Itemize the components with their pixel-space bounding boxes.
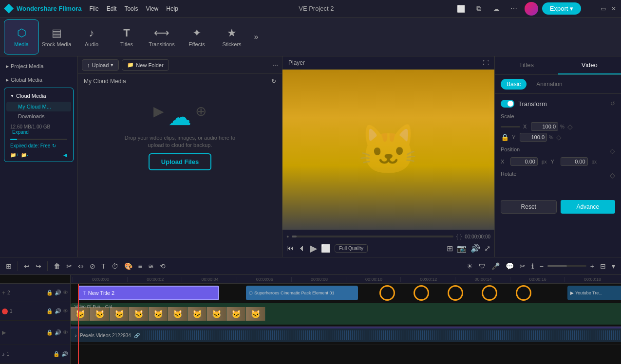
audio-icon-player[interactable]: 🔊 <box>470 244 480 253</box>
toolbar-media[interactable]: ⬡ Media <box>4 19 39 55</box>
quality-selector[interactable]: Full Quality <box>335 244 368 253</box>
sidebar-item-cloud-media[interactable]: ▼ Cloud Media <box>6 90 71 102</box>
video-mute-icon[interactable]: 🔊 <box>55 329 61 336</box>
ripple-icon[interactable]: ⇔ <box>76 260 86 272</box>
refresh-cloud-icon[interactable]: ↻ <box>271 78 276 85</box>
audio-sync-icon[interactable]: 🔗 <box>134 333 140 338</box>
win-close-icon[interactable]: ✕ <box>610 5 617 12</box>
split-icon[interactable]: ✂ <box>64 260 74 272</box>
scissors-icon[interactable]: ✂ <box>518 260 527 272</box>
toolbar-titles[interactable]: T Titles <box>109 19 144 55</box>
advance-button[interactable]: Advance <box>561 200 616 214</box>
orange-circle-clip-3[interactable] <box>441 286 470 300</box>
rotate-reset-icon[interactable]: ◇ <box>610 171 615 179</box>
track-1-lock-icon[interactable]: 🔒 <box>46 308 53 314</box>
mic-icon[interactable]: 🎤 <box>489 260 502 272</box>
out-point-icon[interactable]: } <box>460 234 462 239</box>
delete-icon[interactable]: 🗑 <box>52 260 62 272</box>
new-folder-button[interactable]: 📁 New Folder <box>122 59 169 71</box>
track-visible-icon[interactable]: 👁 <box>63 290 68 296</box>
text-icon[interactable]: T <box>99 260 108 272</box>
snapshot-icon[interactable]: 📷 <box>457 244 467 253</box>
toolbar-stock-media[interactable]: ▤ Stock Media <box>39 19 74 55</box>
shield-icon[interactable]: 🛡 <box>477 260 488 272</box>
timeline-grid-icon[interactable]: ⊞ <box>4 260 14 272</box>
frame-back-icon[interactable]: ⏴ <box>298 244 306 253</box>
stop-icon[interactable]: ⬜ <box>321 244 331 253</box>
expand-label[interactable]: Expand <box>12 129 29 135</box>
collapse-panel-icon[interactable]: ◀ <box>63 152 67 158</box>
play-pause-button[interactable]: ▶ <box>310 242 317 254</box>
menu-dots-icon[interactable]: ⋯ <box>507 2 521 16</box>
minimize-window-icon[interactable]: ⬜ <box>454 2 468 16</box>
tab-titles[interactable]: Titles <box>495 56 558 74</box>
toolbar-audio[interactable]: ♪ Audio <box>74 19 109 55</box>
youtube-clip[interactable]: ▶ Youtube Tre... <box>567 286 621 300</box>
sidebar-item-global-media[interactable]: ▶ Global Media <box>2 74 75 86</box>
scale-y-reset-icon[interactable]: ◇ <box>556 133 562 141</box>
layout-icon[interactable]: ⊟ <box>598 260 608 272</box>
scale-x-input[interactable] <box>531 122 558 131</box>
scale-y-input[interactable] <box>520 133 547 142</box>
sun-icon[interactable]: ☀ <box>465 260 475 272</box>
upload-files-button[interactable]: Upload Files <box>149 153 211 170</box>
position-x-input[interactable] <box>510 157 538 166</box>
playhead[interactable] <box>78 284 79 364</box>
position-y-input[interactable] <box>561 157 588 166</box>
win-maximize-icon[interactable]: ▭ <box>600 5 606 12</box>
player-fullscreen-icon[interactable]: ⛶ <box>483 59 489 66</box>
undo-icon[interactable]: ↩ <box>22 260 32 272</box>
reset-button[interactable]: Reset <box>501 200 557 214</box>
menu-tools[interactable]: Tools <box>124 5 138 12</box>
fullscreen-icon[interactable]: ⤢ <box>484 244 490 253</box>
track-lock-icon[interactable]: 🔒 <box>46 290 53 296</box>
zoom-track[interactable] <box>547 265 586 267</box>
lock-icon[interactable]: 🔒 <box>501 133 509 141</box>
audio-mute-icon[interactable]: 🔊 <box>61 351 68 357</box>
toolbar-more-button[interactable]: » <box>249 30 263 44</box>
transform-reset-icon[interactable]: ↺ <box>610 100 615 107</box>
export-button[interactable]: Export ▾ <box>542 2 581 15</box>
subtab-basic[interactable]: Basic <box>501 79 527 90</box>
subtab-animation[interactable]: Animation <box>530 79 568 90</box>
scale-x-reset-icon[interactable]: ◇ <box>567 123 573 130</box>
upload-button[interactable]: ↑ Upload ▾ <box>82 59 119 71</box>
position-reset-icon[interactable]: ◇ <box>610 147 615 155</box>
comment-icon[interactable]: 💬 <box>504 260 516 272</box>
clip-info-icon[interactable]: ℹ <box>529 260 536 272</box>
video-visible-icon[interactable]: 👁 <box>63 329 68 336</box>
track-mute-icon[interactable]: 🔊 <box>55 290 61 296</box>
user-avatar[interactable] <box>525 2 538 16</box>
sidebar-item-my-cloud-media[interactable]: My Cloud M... <box>6 102 71 111</box>
add-folder-icon[interactable]: 📁+ <box>10 152 19 158</box>
waveform-icon[interactable]: ≋ <box>146 260 156 272</box>
superheroes-clip[interactable]: ⬡ Superheroes Cinematic Pack Element 01 <box>246 286 358 300</box>
menu-help[interactable]: Help <box>166 5 178 12</box>
win-minimize-icon[interactable]: ─ <box>589 5 596 12</box>
toolbar-stickers[interactable]: ★ Stickers <box>214 19 249 55</box>
paint-icon[interactable]: 🎨 <box>122 260 134 272</box>
zoom-in-icon[interactable]: + <box>588 260 596 272</box>
audio-lock-icon[interactable]: 🔒 <box>53 351 60 357</box>
cloud-upload-icon[interactable]: ☁ <box>489 2 503 16</box>
media-more-icon[interactable]: ⋯ <box>272 62 278 69</box>
sidebar-item-downloads[interactable]: Downloads <box>6 111 71 121</box>
expand-icon[interactable]: ▾ <box>610 260 617 272</box>
menu-file[interactable]: File <box>89 5 98 12</box>
orange-circle-clip-1[interactable] <box>373 286 402 300</box>
remove-folder-icon[interactable]: 📁- <box>21 152 28 158</box>
menu-view[interactable]: View <box>146 5 158 12</box>
scale-x-track[interactable] <box>501 126 520 127</box>
menu-edit[interactable]: Edit <box>107 5 117 12</box>
split-view-icon[interactable]: ⊞ <box>447 244 453 253</box>
skip-back-icon[interactable]: ⏮ <box>286 244 294 253</box>
video-lock-icon[interactable]: 🔒 <box>46 329 53 336</box>
share-icon[interactable]: ⧉ <box>472 2 486 16</box>
refresh-icon[interactable]: ↻ <box>52 143 56 148</box>
orange-circle-clip-2[interactable] <box>407 286 436 300</box>
transform-toggle[interactable] <box>501 100 514 108</box>
title-clip[interactable]: T New Title 2 <box>78 286 219 300</box>
zoom-out-icon[interactable]: − <box>538 260 546 272</box>
toolbar-transitions[interactable]: ⟷ Transitions <box>144 19 179 55</box>
audio-clip[interactable]: ♪ Pexels Videos 2122934 🔗 <box>71 328 621 342</box>
